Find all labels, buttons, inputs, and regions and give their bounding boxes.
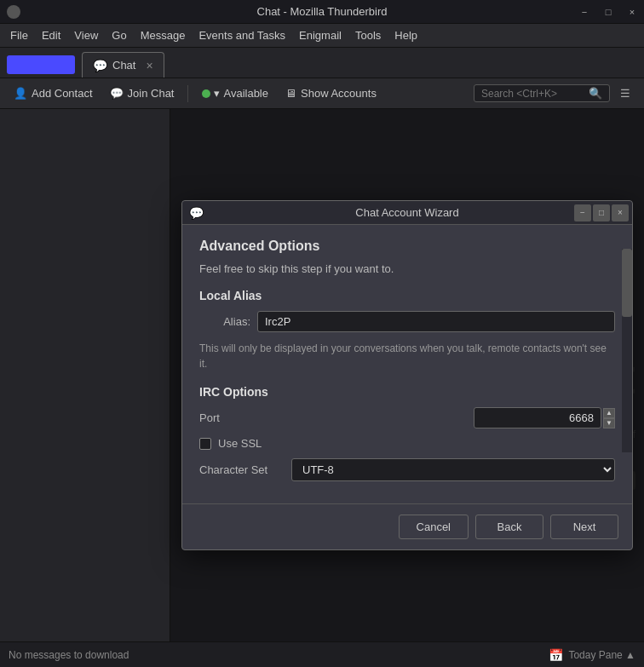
charset-field-row: Character Set UTF-8 [199,458,615,481]
dialog-footer: Cancel Back Next [182,503,632,549]
chat-account-wizard-dialog: 💬 Chat Account Wizard − □ × Advanced Opt… [181,200,633,550]
alias-field-row: Alias: [199,311,615,332]
chat-icon: 💬 [110,87,124,100]
title-bar-controls: − □ × [572,0,644,23]
alias-input[interactable] [257,311,615,332]
search-icon: 🔍 [589,87,602,100]
accounts-icon: 🖥 [285,87,296,100]
add-contact-label: Add Contact [32,87,93,100]
status-bar: No messages to download 📅 Today Pane ▲ [0,641,644,667]
status-chevron-icon: ▾ [214,87,220,100]
dialog-restore-button[interactable]: □ [593,204,610,221]
calendar-icon: 📅 [549,648,563,662]
cancel-button[interactable]: Cancel [399,515,469,539]
content-area: t of ted 💬 Chat Account Wizard − □ × [170,109,644,641]
status-indicator [202,89,210,98]
charset-label: Character Set [199,463,285,476]
chat-tab-label: Chat [112,59,135,72]
search-box[interactable]: 🔍 [474,84,610,102]
menu-view[interactable]: View [67,26,105,45]
show-accounts-button[interactable]: 🖥 Show Accounts [279,83,383,103]
maximize-button[interactable]: □ [596,0,620,24]
join-chat-button[interactable]: 💬 Join Chat [103,83,181,103]
show-accounts-label: Show Accounts [301,87,377,100]
title-bar: Chat - Mozilla Thunderbird − □ × [0,0,644,24]
hamburger-menu-button[interactable]: ☰ [613,82,637,106]
dialog-scrollbar-track[interactable] [622,249,632,452]
today-pane-label[interactable]: Today Pane ▲ [568,649,635,661]
title-bar-text: Chat - Mozilla Thunderbird [257,5,388,18]
tab-chat[interactable]: 💬 Chat × [82,52,164,78]
alias-label: Alias: [199,315,250,328]
ssl-checkbox-row: Use SSL [199,437,615,450]
irc-options-heading: IRC Options [199,385,615,399]
status-selector[interactable]: ▾ Available [195,83,275,103]
toolbar: 👤 Add Contact 💬 Join Chat ▾ Available 🖥 … [0,78,644,109]
menu-edit[interactable]: Edit [35,26,67,45]
menu-message[interactable]: Message [134,26,193,45]
dialog-overlay: 💬 Chat Account Wizard − □ × Advanced Opt… [170,109,644,641]
close-button[interactable]: × [620,0,644,24]
irc-options-section: IRC Options Port ▲ ▼ [199,385,615,481]
port-increment-button[interactable]: ▲ [603,408,615,418]
menu-enigmail[interactable]: Enigmail [292,26,348,45]
add-contact-button[interactable]: 👤 Add Contact [7,83,100,103]
tab-bar: 💬 Chat × [0,48,644,78]
back-button[interactable]: Back [475,515,543,539]
local-alias-heading: Local Alias [199,289,615,302]
menu-help[interactable]: Help [388,26,424,45]
dialog-heading: Advanced Options [199,239,615,254]
port-field-row: Port ▲ ▼ [199,407,615,428]
next-button[interactable]: Next [550,515,618,539]
join-chat-label: Join Chat [128,87,175,100]
alias-hint: This will only be displayed in your conv… [199,341,615,371]
status-message: No messages to download [9,649,129,661]
search-input[interactable] [481,88,585,100]
status-right: 📅 Today Pane ▲ [549,648,635,662]
dialog-titlebar-controls: − □ × [574,204,629,221]
use-ssl-checkbox[interactable] [199,438,211,450]
dialog-title: Chat Account Wizard [355,206,458,219]
use-ssl-label[interactable]: Use SSL [218,437,262,450]
toolbar-separator [187,85,188,102]
dialog-minimize-button[interactable]: − [574,204,591,221]
port-decrement-button[interactable]: ▼ [603,418,615,428]
dialog-close-button[interactable]: × [612,204,629,221]
app-icon [7,5,20,19]
dialog-app-icon: 💬 [189,206,203,220]
menu-bar: File Edit View Go Message Events and Tas… [0,24,644,48]
menu-file[interactable]: File [3,26,35,45]
sidebar [0,109,170,641]
chat-tab-icon: 💬 [93,59,107,72]
main-area: t of ted 💬 Chat Account Wizard − □ × [0,109,644,641]
menu-tools[interactable]: Tools [348,26,388,45]
minimize-button[interactable]: − [572,0,596,24]
port-spinner: ▲ ▼ [603,408,615,428]
charset-select[interactable]: UTF-8 [291,458,615,481]
tab-close-button[interactable]: × [146,59,152,72]
dialog-titlebar: 💬 Chat Account Wizard − □ × [182,201,632,225]
tab-placeholder [7,55,75,74]
port-input-wrap: ▲ ▼ [474,407,615,428]
status-text: Available [223,87,268,100]
dialog-subtitle: Feel free to skip this step if you want … [199,262,615,275]
person-icon: 👤 [14,87,27,100]
port-input[interactable] [474,407,601,428]
menu-events[interactable]: Events and Tasks [192,26,292,45]
menu-go[interactable]: Go [105,26,133,45]
dialog-content: Advanced Options Feel free to skip this … [182,225,632,503]
port-label: Port [199,411,250,424]
dialog-scrollbar-thumb[interactable] [622,249,632,317]
